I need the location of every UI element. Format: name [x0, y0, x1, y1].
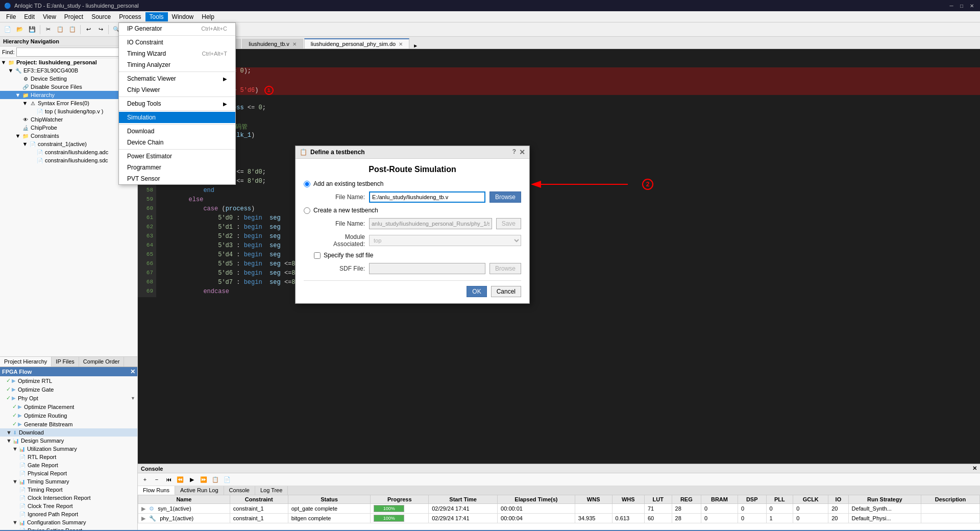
- new-button[interactable]: 📄: [2, 24, 13, 35]
- menu-timing-wizard[interactable]: Timing Wizard Ctrl+Alt+T: [119, 48, 235, 59]
- flow-optimize-gate[interactable]: ✓ ▶ Optimize Gate: [0, 385, 137, 394]
- save-button[interactable]: 💾: [27, 24, 38, 35]
- flow-opt-routing[interactable]: ✓ ▶ Optimize Routing: [0, 411, 137, 420]
- find-input[interactable]: [16, 47, 135, 57]
- dialog-help-btn[interactable]: ?: [512, 148, 516, 156]
- flow-timing-summary[interactable]: ▼ 📊 Timing Summary: [0, 477, 137, 486]
- tree-item-disable[interactable]: 🔗 Disable Source Files: [0, 83, 137, 91]
- console-row-syn[interactable]: ▶ ⚙ syn_1(active) constraint_1 opt_gate …: [138, 504, 980, 514]
- console-copy-btn[interactable]: 📋: [210, 474, 220, 485]
- flow-optimize-rtl[interactable]: ✓ ▶ Optimize RTL: [0, 376, 137, 385]
- filename2-input[interactable]: [369, 218, 492, 229]
- menu-source[interactable]: Source: [87, 12, 115, 21]
- radio-new-input[interactable]: [304, 207, 310, 214]
- menu-simulation[interactable]: Simulation: [119, 112, 235, 123]
- tree-item-hierarchy[interactable]: ▼ 📁 Hierarchy: [0, 91, 137, 99]
- menu-download[interactable]: Download: [119, 126, 235, 137]
- sdf-input[interactable]: [369, 263, 485, 274]
- cancel-button[interactable]: Cancel: [491, 286, 521, 297]
- flow-design-summary[interactable]: ▼ 📊 Design Summary: [0, 437, 137, 445]
- tree-item-chipwatcher[interactable]: 👁 ChipWatcher: [0, 115, 137, 124]
- minimize-button[interactable]: ─: [947, 2, 955, 10]
- sdf-browse-button[interactable]: Browse: [489, 263, 521, 274]
- menu-programmer[interactable]: Programmer: [119, 162, 235, 173]
- menu-help[interactable]: Help: [198, 12, 218, 21]
- tab-tb[interactable]: liushuideng_tb.v ✕: [242, 39, 303, 49]
- menu-ip-generator[interactable]: IP Generator Ctrl+Alt+C: [119, 23, 235, 34]
- flow-rtl-report[interactable]: 📄 RTL Report: [0, 453, 137, 461]
- console-tab-console[interactable]: Console: [224, 486, 255, 495]
- menu-edit[interactable]: Edit: [20, 12, 39, 21]
- flow-download[interactable]: ▼ ⬇ Download: [0, 428, 137, 437]
- tree-item-device[interactable]: ▼ 🔧 EF3::EF3L90CG400B: [0, 66, 137, 75]
- tree-item-project[interactable]: ▼ 📁 Project: liushuideng_personal: [0, 58, 137, 66]
- tab-compile-order[interactable]: Compile Order: [79, 357, 125, 367]
- flow-ignored-path[interactable]: 📄 Ignored Path Report: [0, 510, 137, 518]
- menu-power-estimator[interactable]: Power Estimator: [119, 151, 235, 162]
- tree-toggle[interactable]: ▼: [14, 92, 21, 98]
- menu-debug-tools[interactable]: Debug Tools ▶: [119, 98, 235, 109]
- console-add-btn[interactable]: +: [140, 474, 150, 485]
- fpga-flow-close[interactable]: ✕: [130, 368, 135, 375]
- dialog-close-btn[interactable]: ✕: [519, 148, 525, 156]
- flow-gate-report[interactable]: 📄 Gate Report: [0, 461, 137, 469]
- menu-project[interactable]: Project: [60, 12, 87, 21]
- menu-timing-analyzer[interactable]: Timing Analyzer: [119, 59, 235, 70]
- menu-tools[interactable]: Tools: [145, 12, 168, 21]
- flow-config-summary[interactable]: ▼ 📊 Configuration Summary: [0, 518, 137, 526]
- console-row-phy[interactable]: ▶ 🔧 phy_1(active) constraint_1 bitgen co…: [138, 514, 980, 523]
- module-select[interactable]: top: [369, 235, 521, 246]
- tab-ip-files[interactable]: IP Files: [52, 357, 79, 367]
- tree-item-adc[interactable]: 📄 constrain/liushuideng.adc: [0, 148, 137, 156]
- copy-button[interactable]: 📋: [55, 24, 66, 35]
- tree-item-devset[interactable]: ⚙ Device Setting: [0, 75, 137, 83]
- close-button[interactable]: ✕: [968, 2, 976, 10]
- filename1-input[interactable]: [369, 191, 485, 203]
- tab-project-hierarchy[interactable]: Project Hierarchy: [0, 357, 52, 367]
- flow-timing-report[interactable]: 📄 Timing Report: [0, 486, 137, 494]
- tree-item-constraint1[interactable]: ▼ 📄 constraint_1(active): [0, 140, 137, 148]
- sdf-checkbox[interactable]: [314, 252, 321, 259]
- undo-button[interactable]: ↩: [83, 24, 94, 35]
- flow-devset-report[interactable]: 📄 Device Setting Report: [0, 526, 137, 530]
- tree-item-syntax-err[interactable]: ▼ ⚠ Syntax Error Files(0): [0, 99, 137, 107]
- ok-button[interactable]: OK: [467, 286, 486, 297]
- console-export-btn[interactable]: 📄: [222, 474, 232, 485]
- console-tab-flow-runs[interactable]: Flow Runs: [138, 486, 175, 495]
- console-next-btn[interactable]: ⏩: [199, 474, 209, 485]
- tree-toggle[interactable]: ▼: [21, 100, 29, 106]
- flow-physical-report[interactable]: 📄 Physical Report: [0, 469, 137, 477]
- tree-toggle[interactable]: ▼: [21, 141, 29, 147]
- menu-chip-viewer[interactable]: Chip Viewer: [119, 84, 235, 95]
- menu-pvt-sensor[interactable]: PVT Sensor: [119, 173, 235, 184]
- maximize-button[interactable]: □: [958, 2, 966, 10]
- menu-device-chain[interactable]: Device Chain: [119, 137, 235, 148]
- flow-opt-placement[interactable]: ✓ ▶ Optimize Placement: [0, 402, 137, 411]
- tab-phy-sim[interactable]: liushuideng_personal_phy_sim.do ✕: [304, 38, 409, 49]
- browse1-button[interactable]: Browse: [489, 191, 521, 203]
- paste-button[interactable]: 📋: [67, 24, 78, 35]
- console-remove-btn[interactable]: −: [152, 474, 162, 485]
- flow-clock-intersection[interactable]: 📄 Clock Intersection Report: [0, 494, 137, 502]
- console-prev-btn[interactable]: ⏪: [175, 474, 185, 485]
- flow-gen-bitstream[interactable]: ✓ ▶ Generate Bitstream: [0, 420, 137, 428]
- save-button[interactable]: Save: [496, 218, 521, 229]
- tree-item-constraints[interactable]: ▼ 📁 Constraints: [0, 132, 137, 140]
- tree-item-top[interactable]: 📄 top ( liushuideng/top.v ): [0, 107, 137, 115]
- menu-process[interactable]: Process: [115, 12, 145, 21]
- flow-util-summary[interactable]: ▼ 📊 Utilization Summary: [0, 445, 137, 453]
- console-close-btn[interactable]: ✕: [972, 465, 977, 472]
- tree-toggle[interactable]: ▼: [0, 59, 7, 65]
- menu-window[interactable]: Window: [168, 12, 198, 21]
- console-play-btn[interactable]: ▶: [187, 474, 197, 485]
- console-first-btn[interactable]: ⏮: [163, 474, 174, 485]
- tab-phy-sim-close[interactable]: ✕: [399, 41, 403, 47]
- code-editor[interactable]: 44 always@(posedge clk) 45 begin 46 if(p…: [138, 49, 980, 464]
- console-tab-log-tree[interactable]: Log Tree: [255, 486, 288, 495]
- redo-button[interactable]: ↪: [95, 24, 106, 35]
- tree-toggle[interactable]: ▼: [14, 133, 21, 139]
- flow-clock-tree[interactable]: 📄 Clock Tree Report: [0, 502, 137, 510]
- menu-io-constraint[interactable]: IO Constraint: [119, 37, 235, 48]
- tab-scroll-right[interactable]: ►: [410, 43, 421, 49]
- flow-phy-opt[interactable]: ✓ ▶ Phy Opt ▼: [0, 394, 137, 402]
